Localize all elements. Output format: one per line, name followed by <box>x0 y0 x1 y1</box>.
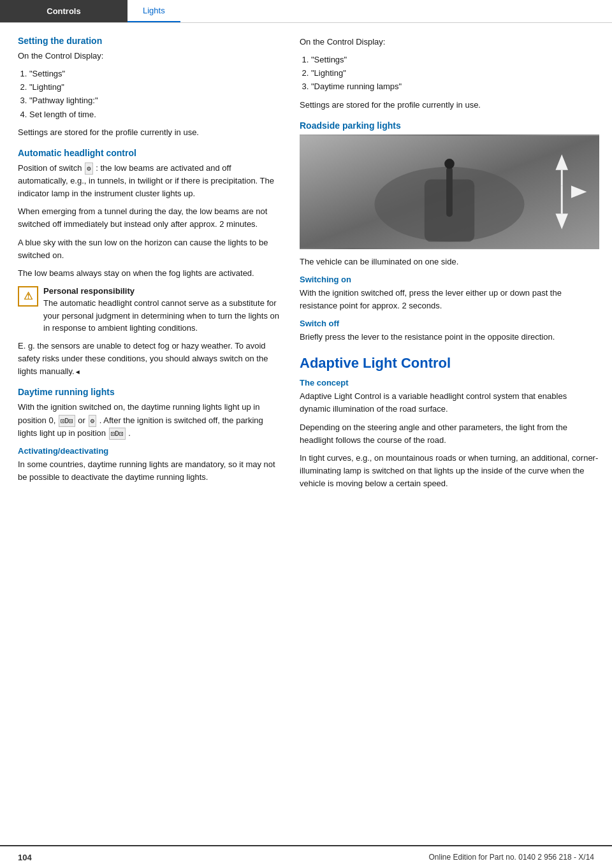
position-icon-2: ⚙ <box>89 415 97 427</box>
daytime-running-title: Daytime running lights <box>18 387 280 397</box>
list-item: "Pathway lighting:" <box>29 94 280 107</box>
automatic-headlight-section: Automatic headlight control Position of … <box>18 148 280 379</box>
page-number: 104 <box>18 853 32 862</box>
switch-off-text: Briefly press the lever to the resistanc… <box>300 331 599 344</box>
daytime-running-para1: With the ignition switched on, the dayti… <box>18 401 280 439</box>
list-item: "Lighting" <box>311 67 599 80</box>
auto-headlight-para3: A blue sky with the sun low on the horiz… <box>18 236 280 262</box>
roadside-parking-image <box>300 134 599 249</box>
roadside-image-inner <box>300 134 599 249</box>
auto-headlight-para4: The low beams always stay on when the fo… <box>18 267 280 280</box>
adaptive-light-para1: Adaptive Light Control is a variable hea… <box>300 390 599 416</box>
warning-box: ⚠ Personal responsibility The automatic … <box>18 285 280 335</box>
auto-headlight-para2: When emerging from a tunnel during the d… <box>18 205 280 231</box>
list-item: "Settings" <box>29 68 280 80</box>
setting-duration-intro: On the Control Display: <box>18 50 280 62</box>
roadside-parking-title: Roadside parking lights <box>300 120 599 131</box>
setting-duration-stored: Settings are stored for the profile curr… <box>18 126 280 139</box>
auto-headlight-para1: Position of switch ⚙ : the low beams are… <box>18 162 280 200</box>
roadside-svg <box>300 134 599 249</box>
daytime-running-para2: In some countries, daytime running light… <box>18 458 280 484</box>
daytime-settings-steps: "Settings" "Lighting" "Daytime running l… <box>311 54 599 93</box>
page-header: Controls Lights <box>0 0 612 23</box>
list-item: "Settings" <box>311 54 599 66</box>
auto-headlight-para5: E. g. the sensors are unable to detect f… <box>18 340 280 378</box>
daytime-running-section: Daytime running lights With the ignition… <box>18 387 280 484</box>
position-icon-3: ⊡D⊡ <box>109 428 126 440</box>
daytime-settings-section: On the Control Display: "Settings" "Ligh… <box>300 36 599 112</box>
adaptive-light-para3: In tight curves, e.g., on mountainous ro… <box>300 452 599 490</box>
warning-text: Personal responsibility The automatic he… <box>43 285 280 335</box>
list-item: "Lighting" <box>29 81 280 94</box>
controls-label: Controls <box>47 6 80 16</box>
page-footer: 104 Online Edition for Part no. 0140 2 9… <box>0 845 612 868</box>
roadside-parking-section: Roadside parking lights <box>300 120 599 344</box>
list-item: "Daytime running lamps" <box>311 80 599 93</box>
switching-on-title: Switching on <box>300 275 599 284</box>
adaptive-light-para2: Depending on the steering angle and othe… <box>300 421 599 447</box>
warning-icon: ⚠ <box>18 286 38 307</box>
main-content: Setting the duration On the Control Disp… <box>0 23 612 495</box>
right-column: On the Control Display: "Settings" "Ligh… <box>293 36 612 495</box>
warning-title: Personal responsibility <box>43 285 280 298</box>
end-marker <box>75 366 81 376</box>
switch-off-title: Switch off <box>300 319 599 328</box>
svg-point-4 <box>444 159 455 169</box>
setting-duration-title: Setting the duration <box>18 36 280 46</box>
activating-title: Activating/deactivating <box>18 446 280 456</box>
daytime-settings-stored: Settings are stored for the profile curr… <box>300 99 599 112</box>
concept-title: The concept <box>300 378 599 387</box>
adaptive-light-section: Adaptive Light Control The concept Adapt… <box>300 355 599 490</box>
position-icon-1: ⊡D⊡ <box>59 415 75 427</box>
lights-label: Lights <box>143 6 165 15</box>
warning-body: The automatic headlight control cannot s… <box>43 298 279 333</box>
switch-icon: ⚙ <box>85 163 93 175</box>
setting-duration-section: Setting the duration On the Control Disp… <box>18 36 280 139</box>
lights-tab[interactable]: Lights <box>127 0 180 22</box>
automatic-headlight-title: Automatic headlight control <box>18 148 280 158</box>
adaptive-light-title: Adaptive Light Control <box>300 355 599 372</box>
list-item: Set length of time. <box>29 108 280 121</box>
roadside-parking-caption: The vehicle can be illuminated on one si… <box>300 256 599 268</box>
edition-text: Online Edition for Part no. 0140 2 956 2… <box>428 853 594 862</box>
switching-on-text: With the ignition switched off, press th… <box>300 287 599 312</box>
daytime-settings-intro: On the Control Display: <box>300 36 599 48</box>
left-column: Setting the duration On the Control Disp… <box>0 36 293 495</box>
controls-tab[interactable]: Controls <box>0 0 127 22</box>
setting-duration-steps: "Settings" "Lighting" "Pathway lighting:… <box>29 68 280 121</box>
svg-rect-3 <box>446 167 453 217</box>
